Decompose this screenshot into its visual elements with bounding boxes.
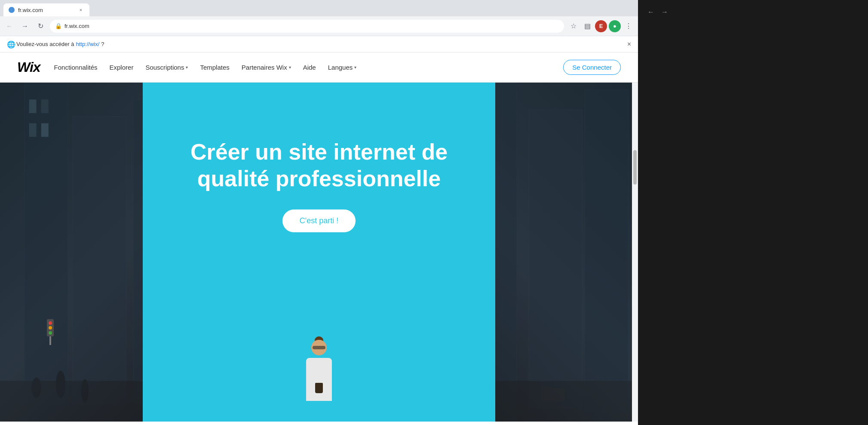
nav-templates[interactable]: Templates bbox=[200, 64, 229, 71]
forward-button[interactable]: → bbox=[19, 20, 31, 32]
back-button[interactable]: ← bbox=[3, 20, 15, 32]
tab-close-button[interactable]: × bbox=[77, 6, 84, 13]
se-connecter-button[interactable]: Se Connecter bbox=[563, 60, 621, 75]
svg-rect-13 bbox=[529, 110, 582, 408]
nav-links: Fonctionnalités Explorer Souscriptions ▾… bbox=[54, 64, 564, 71]
svg-point-8 bbox=[31, 378, 41, 398]
nav-souscriptions[interactable]: Souscriptions ▾ bbox=[145, 64, 188, 71]
toolbar-icons: ☆ ▤ E ● ⋮ bbox=[567, 20, 635, 32]
wix-navbar: Wix Fonctionnalités Explorer Souscriptio… bbox=[0, 52, 638, 83]
svg-rect-21 bbox=[541, 388, 565, 401]
hero-title: Créer un site internet de qualité profes… bbox=[190, 139, 448, 192]
hero-cta-button[interactable]: C'est parti ! bbox=[282, 209, 356, 232]
hero-section: Créer un site internet de qualité profes… bbox=[0, 83, 638, 422]
tab-title: fr.wix.com bbox=[18, 7, 43, 13]
nav-arrows: ← → bbox=[645, 6, 671, 18]
hero-box: Créer un site internet de qualité profes… bbox=[143, 83, 495, 422]
person-head bbox=[311, 340, 327, 355]
svg-rect-5 bbox=[29, 123, 37, 137]
nav-aide[interactable]: Aide bbox=[303, 64, 316, 71]
browser-window: fr.wix.com × ← → ↻ 🔒 fr.wix.com ☆ ▤ E ● … bbox=[0, 0, 638, 425]
svg-point-10 bbox=[81, 379, 89, 403]
notification-close-button[interactable]: × bbox=[627, 40, 631, 48]
traffic-light-red bbox=[49, 321, 52, 325]
person-glasses bbox=[313, 346, 325, 349]
person-area bbox=[276, 336, 362, 422]
svg-rect-4 bbox=[41, 99, 49, 113]
notification-text-before: Vouliez-vous accéder à bbox=[16, 41, 74, 47]
svg-point-9 bbox=[56, 371, 66, 398]
svg-rect-14 bbox=[585, 89, 629, 412]
cast-button[interactable]: ▤ bbox=[581, 20, 593, 32]
address-text: fr.wix.com bbox=[64, 23, 559, 29]
address-bar-row: ← → ↻ 🔒 fr.wix.com ☆ ▤ E ● ⋮ bbox=[0, 16, 638, 36]
partenaires-chevron-icon: ▾ bbox=[289, 65, 291, 70]
notification-link[interactable]: http://wix/ bbox=[76, 41, 99, 47]
person-figure bbox=[293, 340, 345, 422]
traffic-light-yellow bbox=[49, 326, 52, 330]
back-arrow[interactable]: ← bbox=[645, 6, 657, 18]
notification-text-after: ? bbox=[101, 41, 104, 47]
traffic-light-green bbox=[49, 331, 52, 335]
address-bar[interactable]: 🔒 fr.wix.com bbox=[50, 20, 564, 33]
refresh-button[interactable]: ↻ bbox=[34, 20, 46, 32]
traffic-light-left bbox=[44, 319, 57, 354]
wix-logo-text: Wix bbox=[17, 59, 40, 75]
right-panel: ← → bbox=[638, 0, 868, 425]
nav-fonctionnalites[interactable]: Fonctionnalités bbox=[54, 64, 98, 71]
wix-logo[interactable]: Wix bbox=[17, 59, 40, 75]
person-body bbox=[306, 358, 332, 401]
bookmark-button[interactable]: ☆ bbox=[567, 20, 580, 32]
nav-partenaires[interactable]: Partenaires Wix ▾ bbox=[242, 64, 291, 71]
nav-langues[interactable]: Langues ▾ bbox=[328, 64, 357, 71]
person-cup bbox=[315, 383, 323, 393]
menu-button[interactable]: ⋮ bbox=[623, 20, 635, 32]
lock-icon: 🔒 bbox=[55, 23, 62, 29]
souscriptions-chevron-icon: ▾ bbox=[186, 65, 188, 70]
extension-button[interactable]: ● bbox=[609, 20, 621, 32]
scrollbar[interactable] bbox=[632, 83, 638, 422]
browser-tab[interactable]: fr.wix.com × bbox=[3, 3, 89, 16]
nav-explorer[interactable]: Explorer bbox=[110, 64, 134, 71]
scrollbar-thumb[interactable] bbox=[633, 150, 637, 185]
langues-chevron-icon: ▾ bbox=[354, 65, 356, 70]
forward-arrow[interactable]: → bbox=[659, 6, 671, 18]
tab-favicon bbox=[9, 7, 15, 13]
svg-rect-1 bbox=[73, 117, 126, 405]
tab-bar: fr.wix.com × bbox=[0, 0, 638, 16]
svg-rect-3 bbox=[29, 99, 37, 113]
svg-rect-6 bbox=[41, 123, 49, 137]
notification-bar: 🌐 Vouliez-vous accéder à http://wix/ ? × bbox=[0, 36, 638, 52]
profile-button[interactable]: E bbox=[595, 20, 607, 32]
globe-icon: 🌐 bbox=[7, 40, 15, 48]
